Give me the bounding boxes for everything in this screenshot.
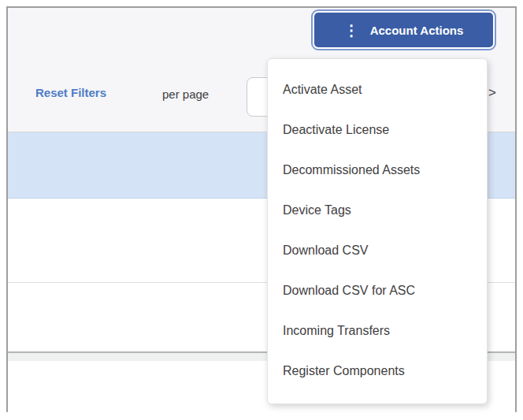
account-actions-label: Account Actions xyxy=(370,24,464,37)
menu-item-decommissioned-assets[interactable]: Decommissioned Assets xyxy=(268,150,487,190)
kebab-icon: ⋮ xyxy=(344,23,359,38)
account-actions-menu: Activate Asset Deactivate License Decomm… xyxy=(267,58,488,404)
chevron-right-icon[interactable]: > xyxy=(488,85,496,101)
menu-item-download-csv-for-asc[interactable]: Download CSV for ASC xyxy=(268,270,487,310)
account-actions-button[interactable]: ⋮ Account Actions xyxy=(314,13,493,47)
reset-filters-link[interactable]: Reset Filters xyxy=(35,86,106,99)
menu-item-download-csv[interactable]: Download CSV xyxy=(268,230,487,270)
menu-item-register-components[interactable]: Register Components xyxy=(268,351,487,391)
menu-item-deactivate-license[interactable]: Deactivate License xyxy=(268,110,487,150)
per-page-label: per page xyxy=(162,87,209,101)
menu-item-device-tags[interactable]: Device Tags xyxy=(268,190,487,230)
account-actions-focus-ring: ⋮ Account Actions xyxy=(311,9,496,50)
menu-item-incoming-transfers[interactable]: Incoming Transfers xyxy=(268,310,487,351)
menu-item-activate-asset[interactable]: Activate Asset xyxy=(268,69,487,110)
